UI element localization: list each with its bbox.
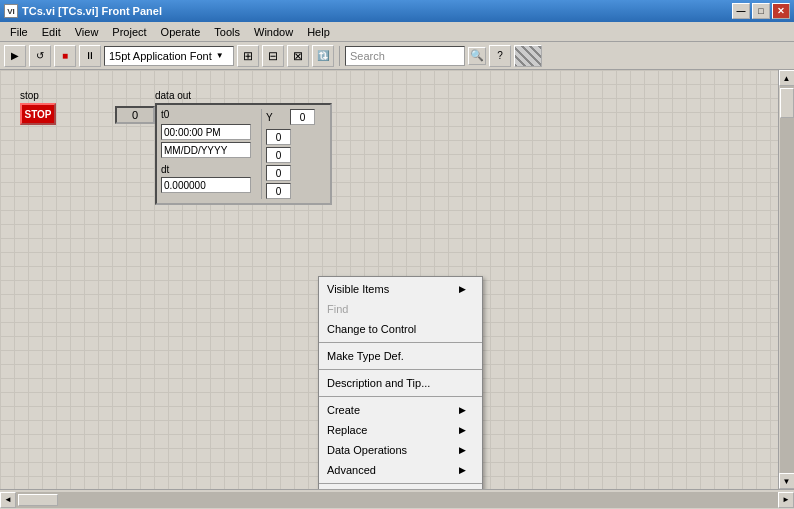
ctx-description-tip-label: Description and Tip... [327, 377, 430, 389]
toolbar-run-cont[interactable]: ↺ [29, 45, 51, 67]
scroll-thumb[interactable] [780, 88, 794, 118]
toolbar-resize[interactable]: ⊠ [287, 45, 309, 67]
canvas[interactable]: stop STOP 0 ▲ ▼ data out t0 [0, 70, 778, 489]
ctx-data-operations-arrow: ▶ [459, 445, 466, 455]
menu-help[interactable]: Help [301, 24, 336, 40]
ctx-change-to-control[interactable]: Change to Control [319, 319, 482, 339]
ctx-display-format[interactable]: Display Format... [319, 487, 482, 489]
search-container: Search [345, 46, 465, 66]
y-num-3[interactable]: 0 [266, 183, 291, 199]
numeric-display: 0 [115, 106, 155, 124]
menu-bar: File Edit View Project Operate Tools Win… [0, 22, 794, 42]
y-num-2[interactable]: 0 [266, 165, 291, 181]
ctx-change-to-control-label: Change to Control [327, 323, 416, 335]
ctx-data-operations[interactable]: Data Operations ▶ [319, 440, 482, 460]
font-dropdown-arrow: ▼ [216, 51, 224, 60]
data-out-container: data out t0 00:00:00 PM MM/DD/YYYY dt 0.… [155, 90, 332, 205]
stop-control: stop STOP [20, 90, 56, 125]
toolbar-align[interactable]: ⊞ [237, 45, 259, 67]
scroll-up-button[interactable]: ▲ [779, 70, 795, 86]
scroll-track[interactable] [780, 86, 794, 473]
ctx-sep-1 [319, 342, 482, 343]
t0-label: t0 [161, 109, 181, 120]
ctx-advanced[interactable]: Advanced ▶ [319, 460, 482, 480]
vertical-scrollbar: ▲ ▼ [778, 70, 794, 489]
stop-button[interactable]: STOP [20, 103, 56, 125]
bottom-bar: ◄ ► [0, 489, 794, 509]
menu-edit[interactable]: Edit [36, 24, 67, 40]
ctx-data-operations-label: Data Operations [327, 444, 407, 456]
ctx-visible-items[interactable]: Visible Items ▶ [319, 279, 482, 299]
menu-view[interactable]: View [69, 24, 105, 40]
ctx-make-type-def[interactable]: Make Type Def. [319, 346, 482, 366]
y-nums: 0 0 0 0 [266, 129, 326, 199]
dt-label: dt [161, 164, 181, 175]
ctx-create[interactable]: Create ▶ [319, 400, 482, 420]
dt-value-input[interactable]: 0.000000 [161, 177, 251, 193]
ctx-create-label: Create [327, 404, 360, 416]
ctx-advanced-arrow: ▶ [459, 465, 466, 475]
ctx-replace-arrow: ▶ [459, 425, 466, 435]
y-value[interactable]: 0 [290, 109, 315, 125]
toolbar-pause[interactable]: ⏸ [79, 45, 101, 67]
font-selector[interactable]: 15pt Application Font ▼ [104, 46, 234, 66]
t0-date-input[interactable]: MM/DD/YYYY [161, 142, 251, 158]
maximize-button[interactable]: □ [752, 3, 770, 19]
horizontal-scrollbar[interactable]: ◄ ► [0, 492, 794, 508]
ctx-visible-items-label: Visible Items [327, 283, 389, 295]
menu-file[interactable]: File [4, 24, 34, 40]
title-bar-buttons: — □ ✕ [732, 3, 790, 19]
ctx-replace[interactable]: Replace ▶ [319, 420, 482, 440]
search-placeholder: Search [350, 50, 385, 62]
t0-time-input[interactable]: 00:00:00 PM [161, 124, 251, 140]
ctx-make-type-def-label: Make Type Def. [327, 350, 404, 362]
waveform-right: Y 0 0 0 0 0 [261, 109, 326, 199]
toolbar-reorder[interactable]: 🔃 [312, 45, 334, 67]
toolbar-separator [339, 46, 340, 66]
waveform-control: t0 00:00:00 PM MM/DD/YYYY dt 0.000000 Y … [155, 103, 332, 205]
ctx-create-arrow: ▶ [459, 405, 466, 415]
menu-window[interactable]: Window [248, 24, 299, 40]
ctx-sep-4 [319, 483, 482, 484]
y-num-0[interactable]: 0 [266, 129, 291, 145]
context-menu: Visible Items ▶ Find Change to Control M… [318, 276, 483, 489]
toolbar-run-arrow[interactable]: ▶ [4, 45, 26, 67]
waveform-left: t0 00:00:00 PM MM/DD/YYYY dt 0.000000 [161, 109, 261, 199]
ctx-replace-label: Replace [327, 424, 367, 436]
stop-label: stop [20, 90, 56, 101]
toolbar-abort[interactable]: ■ [54, 45, 76, 67]
window-title: TCs.vi [TCs.vi] Front Panel [22, 5, 162, 17]
menu-project[interactable]: Project [106, 24, 152, 40]
menu-operate[interactable]: Operate [155, 24, 207, 40]
y-label: Y [266, 112, 286, 123]
scroll-h-thumb[interactable] [18, 494, 58, 506]
toolbar-distribute[interactable]: ⊟ [262, 45, 284, 67]
scroll-right-button[interactable]: ► [778, 492, 794, 508]
minimize-button[interactable]: — [732, 3, 750, 19]
toolbar: ▶ ↺ ■ ⏸ 15pt Application Font ▼ ⊞ ⊟ ⊠ 🔃 … [0, 42, 794, 70]
search-button[interactable]: 🔍 [468, 47, 486, 65]
main-area: stop STOP 0 ▲ ▼ data out t0 [0, 70, 794, 489]
scroll-down-button[interactable]: ▼ [779, 473, 795, 489]
app-icon: VI [4, 4, 18, 18]
ctx-description-tip[interactable]: Description and Tip... [319, 373, 482, 393]
toolbar-extra[interactable] [514, 45, 542, 67]
ctx-sep-3 [319, 396, 482, 397]
menu-tools[interactable]: Tools [208, 24, 246, 40]
y-num-1[interactable]: 0 [266, 147, 291, 163]
toolbar-help[interactable]: ? [489, 45, 511, 67]
title-bar: VI TCs.vi [TCs.vi] Front Panel — □ ✕ [0, 0, 794, 22]
close-button[interactable]: ✕ [772, 3, 790, 19]
font-label: 15pt Application Font [109, 50, 212, 62]
ctx-visible-items-arrow: ▶ [459, 284, 466, 294]
ctx-advanced-label: Advanced [327, 464, 376, 476]
ctx-find-label: Find [327, 303, 348, 315]
scroll-left-button[interactable]: ◄ [0, 492, 16, 508]
ctx-find: Find [319, 299, 482, 319]
ctx-sep-2 [319, 369, 482, 370]
data-out-label: data out [155, 90, 332, 101]
